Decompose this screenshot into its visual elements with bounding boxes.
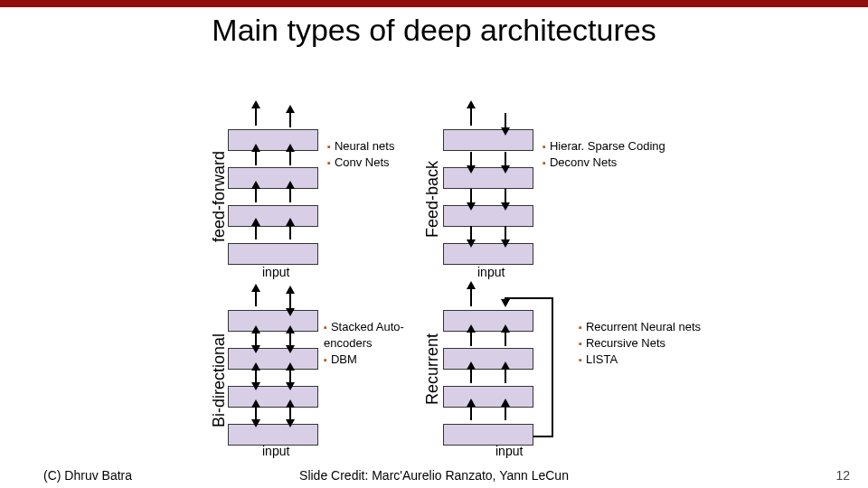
bullet-item: Neural nets [327, 138, 413, 155]
bullet-item: LISTA [579, 352, 732, 368]
footer-credit: Slide Credit: Marc'Aurelio Ranzato, Yann… [0, 468, 868, 483]
layer-box [443, 348, 533, 370]
bullet-item: Conv Nets [327, 155, 413, 171]
panel-bidirectional [228, 310, 318, 462]
bullet-item: Stacked Auto-encoders [324, 319, 414, 352]
bullets-recurrent: Recurrent Neural nets Recursive Nets LIS… [579, 319, 732, 368]
layer-box [228, 243, 318, 265]
bullet-item: DBM [324, 352, 414, 368]
layer-box [443, 424, 533, 446]
layer-box [228, 167, 318, 189]
layer-box [443, 243, 533, 265]
input-label: input [262, 444, 289, 458]
input-label: input [495, 444, 523, 458]
label-recurrent: Recurrent [423, 333, 442, 405]
layer-box [443, 205, 533, 227]
layer-box [443, 167, 533, 189]
layer-box [228, 424, 318, 446]
bullet-item: Recurrent Neural nets [579, 319, 732, 335]
bullets-bidirectional: Stacked Auto-encoders DBM [324, 319, 414, 368]
input-label: input [477, 265, 505, 279]
input-label: input [262, 265, 289, 279]
layer-box [443, 386, 533, 408]
layer-box [443, 129, 533, 151]
slide-content: feed-forward Feed-back Bi-directional Re… [0, 48, 868, 446]
bullets-feedback: Hierar. Sparse Coding Deconv Nets [542, 138, 696, 171]
panel-feedforward [228, 129, 318, 281]
layer-box [228, 348, 318, 370]
layer-box [228, 386, 318, 408]
slide-title: Main types of deep architectures [0, 13, 868, 48]
label-feedforward: feed-forward [210, 151, 229, 242]
layer-box [443, 310, 533, 332]
label-feedback: Feed-back [423, 161, 442, 238]
bullets-feedforward: Neural nets Conv Nets [327, 138, 413, 171]
panel-feedback [443, 129, 533, 281]
layer-box [228, 129, 318, 151]
panel-recurrent [443, 310, 533, 462]
bullet-item: Recursive Nets [579, 335, 732, 352]
layer-box [228, 310, 318, 332]
page-number: 12 [835, 468, 850, 483]
top-bar [0, 0, 868, 7]
label-bidirectional: Bi-directional [210, 333, 229, 427]
bullet-item: Deconv Nets [542, 155, 696, 171]
bullet-item: Hierar. Sparse Coding [542, 138, 696, 155]
layer-box [228, 205, 318, 227]
